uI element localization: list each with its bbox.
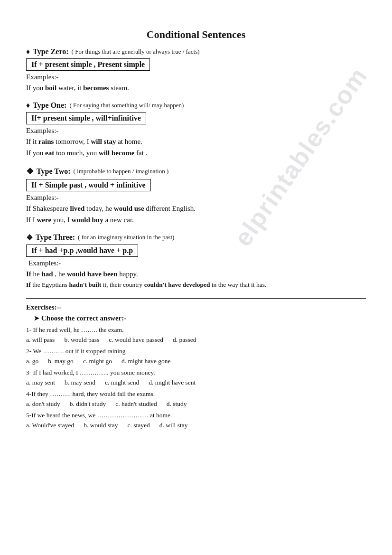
question-1-options: a. will pass b. would pass c. would have…: [26, 336, 366, 344]
q2-option-a: a. go: [26, 357, 38, 365]
type-two-examples-label: Examples:-: [26, 194, 366, 202]
q1-option-a: a. will pass: [26, 336, 55, 344]
type-three-example-1: If he had , he would have been happy.: [26, 269, 366, 280]
q5-option-d: d. will stay: [159, 422, 188, 429]
type-zero-bullet: ♦: [26, 47, 30, 56]
type-three-desc: ( for an imaginary situation in the past…: [78, 234, 174, 241]
q5-option-a: a. Would've stayed: [26, 422, 74, 429]
type-three-examples-label: Examples:-: [28, 259, 366, 267]
type-zero-name: Type Zero:: [33, 47, 68, 56]
type-one-example-1: If it rains tomorrow, I will stay at hom…: [26, 136, 366, 147]
type-two-example-1: If Shakespeare lived today, he would use…: [26, 203, 366, 214]
q4-option-a: a. don't study: [26, 400, 60, 408]
page-title: Conditional Sentences: [26, 28, 366, 41]
type-three-bullet: ❖: [26, 233, 33, 242]
q2-option-c: c. might go: [83, 357, 112, 365]
type-two-header: ❖ Type Two: ( improbable to happen / ima…: [26, 166, 366, 177]
q3-option-d: d. might have sent: [149, 379, 196, 386]
type-one-formula: If+ present simple , will+infinitive: [26, 112, 146, 124]
type-zero-desc: ( For things that are generally or alway…: [72, 48, 200, 56]
type-one-example-2: If you eat too much, you will become fat…: [26, 148, 366, 159]
q1-option-b: b. would pass: [64, 336, 99, 344]
type-three-name: Type Three:: [36, 233, 75, 242]
q3-option-c: c. might send: [105, 379, 139, 386]
q4-option-d: d. study: [167, 400, 187, 408]
type-two-example-2: If I were you, I would buy a new car.: [26, 215, 366, 226]
type-one-section: ♦ Type One: ( For saying that something …: [26, 101, 366, 159]
type-three-formula: If + had +p.p ,would have + p.p: [26, 245, 138, 257]
type-zero-formula: If + present simple , Present simple: [26, 58, 150, 71]
q2-option-d: d. might have gone: [121, 357, 170, 365]
q5-option-b: b. would stay: [84, 422, 118, 429]
q3-option-b: b. may send: [65, 379, 95, 386]
q2-option-b: b. may go: [48, 357, 74, 365]
q5-option-c: c. stayed: [128, 422, 150, 429]
choose-title: Choose the correct answer:-: [34, 314, 366, 322]
exercises-section: Exercises:-- Choose the correct answer:-…: [26, 303, 366, 429]
type-three-header: ❖ Type Three: ( for an imaginary situati…: [26, 233, 366, 242]
question-1-text: 1- If he read well, he …….. the exam.: [26, 325, 366, 335]
question-5-options: a. Would've stayed b. would stay c. stay…: [26, 422, 366, 429]
type-one-name: Type One:: [33, 101, 66, 110]
type-two-section: ❖ Type Two: ( improbable to happen / ima…: [26, 166, 366, 226]
type-zero-section: ♦ Type Zero: ( For things that are gener…: [26, 47, 366, 94]
type-two-name: Type Two:: [37, 167, 71, 176]
type-zero-header: ♦ Type Zero: ( For things that are gener…: [26, 47, 366, 56]
q4-option-c: c. hadn't studied: [115, 400, 157, 408]
question-5-text: 5-If we heard the news, we …………………… at h…: [26, 411, 366, 421]
question-3-options: a. may sent b. may send c. might send d.…: [26, 379, 366, 386]
type-three-example-2: If the Egyptians hadn't built it, their …: [26, 280, 366, 290]
q3-option-a: a. may sent: [26, 379, 55, 386]
type-one-bullet: ♦: [26, 101, 30, 110]
q4-option-b: b. didn't study: [70, 400, 106, 408]
type-three-section: ❖ Type Three: ( for an imaginary situati…: [26, 233, 366, 290]
question-4-text: 4-If they ………. hard, they would fail the…: [26, 389, 366, 399]
question-3-text: 3- If I had worked, I ………….. you some mo…: [26, 368, 366, 378]
exercises-title: Exercises:--: [26, 303, 366, 311]
section-divider: [26, 298, 366, 299]
type-two-desc: ( improbable to happen / imagination ): [74, 168, 169, 175]
q1-option-d: d. passed: [173, 336, 196, 344]
question-4-options: a. don't study b. didn't study c. hadn't…: [26, 400, 366, 408]
type-two-bullet: ❖: [26, 166, 34, 177]
question-2-options: a. go b. may go c. might go d. might hav…: [26, 357, 366, 365]
question-2-text: 2- We ………. out if it stopped raining: [26, 347, 366, 357]
type-one-examples-label: Examples:-: [26, 127, 366, 135]
type-one-header: ♦ Type One: ( For saying that something …: [26, 101, 366, 110]
type-one-desc: ( For saying that something will/ may ha…: [69, 102, 184, 109]
type-zero-example-1: If you boil water, it becomes steam.: [26, 83, 366, 94]
type-zero-examples-label: Examples:-: [26, 73, 366, 81]
q1-option-c: c. would have passed: [109, 336, 163, 344]
type-two-formula: If + Simple past , would + infinitive: [26, 179, 151, 191]
